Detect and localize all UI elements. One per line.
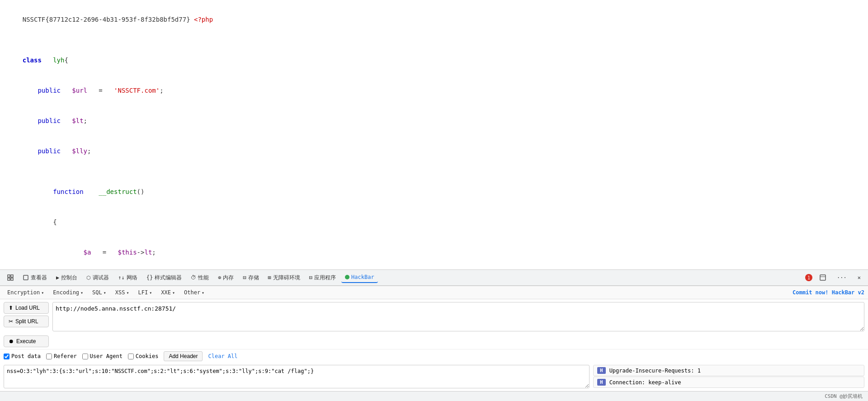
network-label: 网络	[127, 274, 137, 282]
sql-label: SQL	[92, 289, 102, 296]
execute-button[interactable]: ⏺ Execute	[4, 335, 49, 347]
devtools-inspector-btn[interactable]: 查看器	[19, 272, 51, 283]
hackbar-post-row: Post data Referer User Agent Cookies Add…	[0, 349, 868, 363]
header-value-1: Connection: keep-alive	[609, 379, 681, 386]
code-title: NSSCTF{87712c12-2696-4b31-953f-8f32b8bf5…	[7, 5, 861, 35]
devtools-debugger-btn[interactable]: ⬡ 调试器	[83, 272, 113, 283]
console-label: 控制台	[61, 274, 77, 282]
commit-label: Commit now! HackBar v2	[793, 289, 864, 296]
header-badge-0: H	[597, 367, 606, 374]
storage-icon: ⊟	[243, 274, 246, 281]
svg-rect-1	[11, 275, 13, 277]
style-label: 样式编辑器	[155, 274, 182, 282]
hackbar-postdata-area: H Upgrade-Insecure-Requests: 1 H Connect…	[0, 363, 868, 391]
more-icon: ···	[837, 274, 847, 281]
devtools-perf-btn[interactable]: ⏱ 性能	[187, 272, 212, 283]
encoding-menu-btn[interactable]: Encoding	[49, 288, 87, 297]
sql-menu-btn[interactable]: SQL	[89, 288, 110, 297]
clear-all-button[interactable]: Clear All	[208, 353, 237, 359]
add-header-button[interactable]: Add Header	[164, 351, 203, 361]
header-value-0: Upgrade-Insecure-Requests: 1	[609, 368, 701, 374]
devtools-storage-btn[interactable]: ⊟ 存储	[239, 272, 262, 283]
xxe-label: XXE	[161, 289, 171, 296]
error-count: 1	[807, 275, 810, 280]
load-url-label: Load URL	[15, 305, 40, 311]
devtools-close-btn[interactable]: ✕	[854, 273, 864, 283]
memory-icon: ⊕	[218, 274, 221, 281]
split-url-button[interactable]: ✂ Split URL	[4, 316, 49, 327]
hackbar-toolbar: Encryption Encoding SQL XSS LFI XXE Othe…	[0, 286, 868, 299]
hackbar-panel: Encryption Encoding SQL XSS LFI XXE Othe…	[0, 286, 868, 391]
app-icon: ⊟	[309, 274, 312, 281]
xxe-menu-btn[interactable]: XXE	[157, 288, 179, 297]
devtools-dock-btn[interactable]	[816, 273, 830, 283]
devtools-memory-btn[interactable]: ⊕ 内存	[214, 272, 237, 283]
cookies-label: Cookies	[136, 353, 159, 359]
encryption-label: Encryption	[7, 289, 40, 296]
postdata-checkbox[interactable]	[4, 354, 9, 359]
execute-row: ⏺ Execute	[0, 335, 868, 349]
devtools-app-btn[interactable]: ⊟ 应用程序	[306, 272, 340, 283]
load-url-button[interactable]: ⬆ Load URL	[4, 302, 49, 314]
header-badge-1: H	[597, 379, 606, 386]
app-label: 应用程序	[314, 274, 336, 282]
devtools-style-btn[interactable]: {} 样式编辑器	[143, 272, 185, 283]
svg-rect-2	[8, 278, 10, 280]
lfi-menu-btn[interactable]: LFI	[135, 288, 156, 297]
encryption-menu-btn[interactable]: Encryption	[4, 288, 47, 297]
split-url-icon: ✂	[9, 318, 13, 325]
postdata-checkbox-label[interactable]: Post data	[4, 353, 41, 359]
console-icon: ▶	[56, 274, 59, 281]
postdata-input[interactable]	[4, 365, 590, 388]
devtools-accessibility-btn[interactable]: ⊞ 无障碍环境	[264, 272, 304, 283]
devtools-element-btn[interactable]	[4, 273, 17, 283]
code-display: NSSCTF{87712c12-2696-4b31-953f-8f32b8bf5…	[0, 0, 868, 269]
encoding-label: Encoding	[53, 289, 79, 296]
xss-menu-btn[interactable]: XSS	[112, 288, 133, 297]
cookies-checkbox[interactable]	[128, 354, 134, 359]
referer-checkbox-label[interactable]: Referer	[46, 353, 77, 359]
other-menu-btn[interactable]: Other	[180, 288, 208, 297]
bottom-bar: CSDN @妙尻墙机	[0, 391, 868, 401]
cookies-checkbox-label[interactable]: Cookies	[128, 353, 159, 359]
execute-label: Execute	[16, 338, 36, 344]
svg-rect-5	[820, 275, 826, 280]
hackbar-headers: H Upgrade-Insecure-Requests: 1 H Connect…	[593, 365, 864, 388]
svg-rect-4	[24, 275, 28, 280]
useragent-label: User Agent	[90, 353, 123, 359]
add-header-label: Add Header	[169, 353, 198, 359]
load-url-icon: ⬆	[9, 305, 13, 311]
memory-label: 内存	[223, 274, 234, 282]
hackbar-url-row: ⬆ Load URL ✂ Split URL	[0, 299, 868, 335]
postdata-label: Post data	[11, 353, 41, 359]
devtools-more-btn[interactable]: ···	[833, 273, 850, 283]
perf-icon: ⏱	[191, 274, 196, 281]
debugger-icon: ⬡	[86, 275, 91, 281]
devtools-hackbar-btn[interactable]: HackBar	[341, 272, 378, 283]
network-icon: ↑↓	[118, 274, 124, 281]
style-icon: {}	[146, 274, 153, 281]
referer-label: Referer	[54, 353, 77, 359]
close-icon: ✕	[858, 274, 861, 281]
useragent-checkbox-label[interactable]: User Agent	[82, 353, 123, 359]
footer-label: CSDN @妙尻墙机	[825, 393, 863, 399]
devtools-bar: 查看器 ▶ 控制台 ⬡ 调试器 ↑↓ 网络 {} 样式编辑器 ⏱ 性能 ⊕ 内存…	[0, 269, 868, 286]
execute-icon: ⏺	[9, 338, 14, 344]
debugger-label: 调试器	[93, 274, 109, 282]
devtools-network-btn[interactable]: ↑↓ 网络	[114, 272, 141, 283]
svg-rect-0	[8, 275, 10, 277]
header-row-1: H Connection: keep-alive	[593, 377, 864, 388]
inspector-label: 查看器	[31, 274, 47, 282]
hackbar-url-area	[52, 302, 864, 333]
devtools-console-btn[interactable]: ▶ 控制台	[52, 272, 81, 283]
devtools-right-controls: 1 ··· ✕	[805, 273, 864, 283]
other-label: Other	[184, 289, 200, 296]
perf-label: 性能	[198, 274, 209, 282]
referer-checkbox[interactable]	[46, 354, 52, 359]
url-input[interactable]	[52, 302, 864, 331]
svg-rect-3	[11, 278, 13, 280]
accessibility-label: 无障碍环境	[273, 274, 300, 282]
accessibility-icon: ⊞	[268, 274, 271, 281]
useragent-checkbox[interactable]	[82, 354, 88, 359]
clear-all-label: Clear All	[208, 353, 237, 359]
